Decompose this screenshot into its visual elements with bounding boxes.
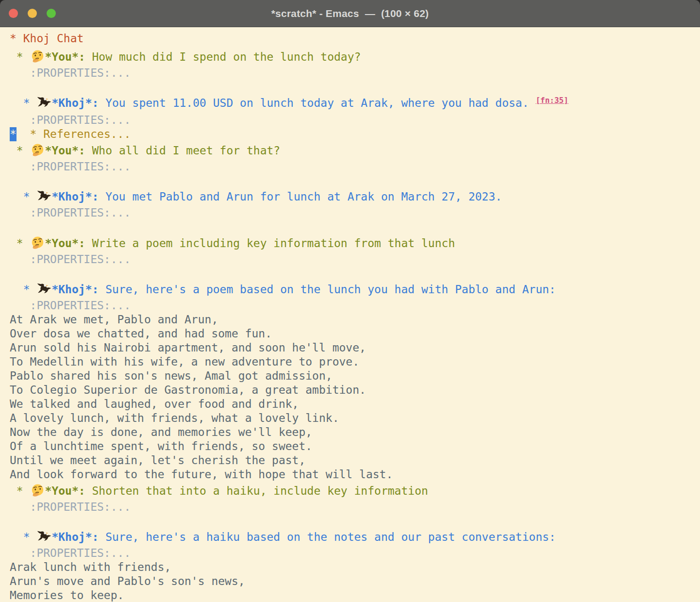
poem-line: Of a lunchtime spent, with friends, so s… bbox=[10, 439, 700, 453]
properties-drawer: :PROPERTIES:... bbox=[10, 500, 700, 514]
text-segment bbox=[17, 128, 30, 140]
footnote-link[interactable]: [fn:35] bbox=[535, 96, 568, 105]
cursor-block: * bbox=[10, 127, 17, 141]
message-text: You spent 11.00 USD on lunch today at Ar… bbox=[99, 97, 529, 109]
poem-text: Now the day is done, and memories we'll … bbox=[10, 426, 312, 438]
fold-star[interactable]: * bbox=[10, 32, 23, 45]
haiku-text: Arun's move and Pablo's son's news, bbox=[10, 575, 245, 587]
blank-line bbox=[10, 514, 700, 528]
blank-line bbox=[10, 267, 700, 281]
fold-star[interactable]: * bbox=[10, 144, 30, 157]
speaker-label: *Khoj*: bbox=[51, 97, 99, 109]
drawer-label[interactable]: :PROPERTIES:... bbox=[10, 67, 131, 79]
zoom-button[interactable] bbox=[47, 9, 56, 18]
poem-text: Arun sold his Nairobi apartment, and soo… bbox=[10, 341, 366, 354]
speaker-label: *You*: bbox=[45, 144, 85, 157]
chat-message-khoj: * *Khoj*: You spent 11.00 USD on lunch t… bbox=[10, 94, 700, 113]
poem-text: Over dosa we chatted, and had some fun. bbox=[10, 327, 272, 340]
message-text: You met Pablo and Arun for lunch at Arak… bbox=[99, 190, 502, 203]
speaker-label: *You*: bbox=[45, 485, 85, 497]
text-segment bbox=[10, 220, 17, 233]
poem-text: To Medellin with his wife, a new adventu… bbox=[10, 355, 359, 368]
fold-star[interactable]: * bbox=[10, 190, 36, 203]
poem-text: We talked and laughed, over food and dri… bbox=[10, 398, 299, 410]
poem-text: And look forward to the future, with hop… bbox=[10, 468, 393, 481]
blank-line bbox=[10, 174, 700, 188]
eagle-emoji bbox=[36, 96, 51, 110]
poem-text: At Arak we met, Pablo and Arun, bbox=[10, 313, 218, 326]
poem-text: Pablo shared his son's news, Amal got ad… bbox=[10, 369, 333, 382]
drawer-label[interactable]: :PROPERTIES:... bbox=[10, 547, 131, 559]
poem-line: Now the day is done, and memories we'll … bbox=[10, 425, 700, 439]
drawer-label[interactable]: :PROPERTIES:... bbox=[10, 114, 131, 126]
properties-drawer: :PROPERTIES:... bbox=[10, 299, 700, 313]
chat-message-khoj: * *Khoj*: Sure, here's a poem based on t… bbox=[10, 281, 700, 299]
drawer-label[interactable]: :PROPERTIES:... bbox=[10, 253, 131, 266]
buffer[interactable]: * Khoj Chat * *You*: How much did I spen… bbox=[0, 27, 700, 602]
properties-drawer: :PROPERTIES:... bbox=[10, 66, 700, 80]
thinking-face-emoji bbox=[30, 236, 45, 251]
text-segment bbox=[529, 97, 536, 109]
haiku-line: Memories to keep. bbox=[10, 588, 700, 602]
chat-message-you: * *You*: Write a poem including key info… bbox=[10, 234, 700, 252]
speaker-label: *Khoj*: bbox=[51, 190, 99, 203]
poem-line: Until we meet again, let's cherish the p… bbox=[10, 453, 700, 468]
fold-star[interactable]: * bbox=[10, 237, 30, 250]
message-text: Sure, here's a poem based on the lunch y… bbox=[99, 283, 556, 296]
text-segment bbox=[10, 267, 17, 280]
text-segment bbox=[10, 174, 17, 187]
poem-line: To Colegio Superior de Gastronomia, a gr… bbox=[10, 383, 700, 397]
poem-line: At Arak we met, Pablo and Arun, bbox=[10, 313, 700, 327]
properties-drawer: :PROPERTIES:... bbox=[10, 206, 700, 220]
message-text: Who all did I meet for that? bbox=[85, 144, 281, 157]
speaker-label: *You*: bbox=[45, 237, 85, 250]
poem-line: To Medellin with his wife, a new adventu… bbox=[10, 355, 700, 369]
eagle-emoji bbox=[36, 530, 51, 544]
poem-line: Over dosa we chatted, and had some fun. bbox=[10, 327, 700, 341]
poem-line: Pablo shared his son's news, Amal got ad… bbox=[10, 369, 700, 383]
drawer-label[interactable]: :PROPERTIES:... bbox=[10, 160, 131, 173]
speaker-label: *Khoj*: bbox=[51, 283, 99, 296]
drawer-label[interactable]: :PROPERTIES:... bbox=[10, 501, 131, 513]
blank-line bbox=[10, 80, 700, 94]
thinking-face-emoji bbox=[30, 50, 45, 64]
properties-drawer: :PROPERTIES:... bbox=[10, 546, 700, 560]
chat-message-khoj: * *Khoj*: You met Pablo and Arun for lun… bbox=[10, 188, 700, 206]
references-label[interactable]: * References... bbox=[30, 128, 131, 140]
poem-text: Of a lunchtime spent, with friends, so s… bbox=[10, 440, 312, 452]
window-titlebar[interactable]: *scratch* - Emacs — (100 × 62) bbox=[0, 0, 700, 27]
properties-drawer: :PROPERTIES:... bbox=[10, 113, 700, 127]
poem-line: A lovely lunch, with friends, what a lov… bbox=[10, 411, 700, 425]
properties-drawer: :PROPERTIES:... bbox=[10, 160, 700, 174]
message-text: Write a poem including key information f… bbox=[85, 237, 455, 250]
heading-title: Khoj Chat bbox=[23, 32, 84, 45]
chat-message-you: * *You*: Shorten that into a haiku, incl… bbox=[10, 482, 700, 500]
minimize-button[interactable] bbox=[28, 9, 37, 18]
haiku-text: Arak lunch with friends, bbox=[10, 561, 171, 573]
thinking-face-emoji bbox=[30, 143, 45, 158]
window-title: *scratch* - Emacs — (100 × 62) bbox=[271, 8, 429, 19]
speaker-label: *You*: bbox=[45, 50, 85, 63]
poem-line: And look forward to the future, with hop… bbox=[10, 468, 700, 482]
fold-star[interactable]: * bbox=[10, 50, 30, 63]
fold-star[interactable]: * bbox=[10, 531, 36, 543]
chat-message-khoj: * *Khoj*: Sure, here's a haiku based on … bbox=[10, 528, 700, 546]
message-text: How much did I spend on the lunch today? bbox=[85, 50, 361, 63]
fold-star[interactable]: * bbox=[10, 485, 30, 497]
chat-message-you: * *You*: Who all did I meet for that? bbox=[10, 141, 700, 160]
close-button[interactable] bbox=[9, 9, 18, 18]
thinking-face-emoji bbox=[30, 484, 45, 498]
poem-text: A lovely lunch, with friends, what a lov… bbox=[10, 412, 339, 424]
message-text: Sure, here's a haiku based on the notes … bbox=[99, 531, 556, 543]
text-segment bbox=[10, 515, 17, 527]
fold-star[interactable]: * bbox=[10, 97, 36, 109]
poem-line: We talked and laughed, over food and dri… bbox=[10, 397, 700, 411]
fold-star[interactable]: * bbox=[10, 283, 36, 296]
haiku-line: Arun's move and Pablo's son's news, bbox=[10, 574, 700, 588]
drawer-label[interactable]: :PROPERTIES:... bbox=[10, 299, 131, 312]
poem-text: To Colegio Superior de Gastronomia, a gr… bbox=[10, 384, 366, 396]
message-text: Shorten that into a haiku, include key i… bbox=[85, 485, 428, 497]
chat-message-you: * *You*: How much did I spend on the lun… bbox=[10, 48, 700, 66]
drawer-label[interactable]: :PROPERTIES:... bbox=[10, 206, 131, 219]
speaker-label: *Khoj*: bbox=[51, 531, 99, 543]
